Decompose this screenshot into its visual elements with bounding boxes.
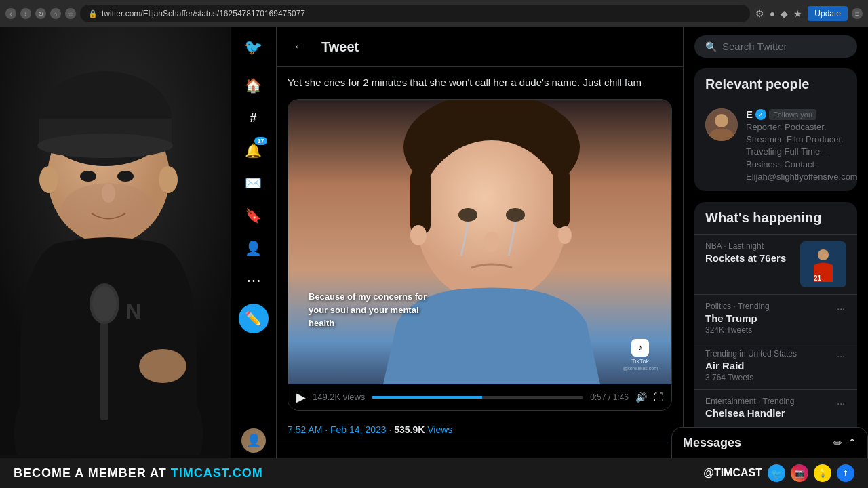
trending-item-chelsea[interactable]: Entertainment · Trending Chelsea Handler…	[694, 389, 857, 427]
svg-point-27	[410, 225, 427, 245]
svg-point-7	[37, 134, 173, 158]
banner-left: BECOME A MEMBER AT TIMCAST.COM	[14, 466, 263, 481]
url-text: twitter.com/ElijahSchaffer/status/162547…	[102, 9, 305, 18]
svg-point-9	[117, 171, 134, 182]
messages-title: Messages	[683, 436, 741, 450]
fullscreen-button[interactable]: ⛶	[654, 392, 663, 403]
svg-point-12	[39, 166, 58, 193]
search-icon: 🔍	[705, 41, 717, 52]
svg-point-17	[92, 286, 117, 321]
sidebar-item-messages[interactable]: ✉️	[239, 168, 269, 198]
tweet-content: Yet she cries for 2 minutes that she won…	[277, 67, 683, 419]
collapse-messages-icon[interactable]: ⌃	[848, 436, 856, 449]
extension-icon-4[interactable]: ★	[792, 7, 804, 20]
browser-icons: ⚙ ● ◆ ★	[754, 7, 804, 20]
bookmarks-icon: 🔖	[245, 207, 262, 224]
messages-icons: ✏ ⌃	[833, 436, 856, 449]
youtube-social-icon[interactable]: 💡	[814, 464, 831, 482]
sidebar-item-compose[interactable]: ✏️	[239, 304, 269, 333]
trending-more-icon[interactable]: ···	[835, 302, 846, 315]
trending-item-left: Entertainment · Trending Chelsea Handler	[705, 396, 830, 420]
twitter-container: 🐦 🏠 # 🔔 17 ✉️ 🔖 👤 ⋯	[231, 27, 868, 458]
trending-nba-image: 21	[800, 241, 846, 287]
facebook-social-icon[interactable]: f	[837, 464, 854, 482]
svg-point-18	[139, 349, 186, 383]
bottom-banner: BECOME A MEMBER AT TIMCAST.COM @TIMCAST …	[0, 458, 868, 488]
svg-point-32	[818, 249, 829, 260]
extension-icon-3[interactable]: ◆	[779, 7, 789, 20]
banner-site-text: TIMCAST.COM	[171, 466, 263, 481]
webcam-panel: N	[0, 27, 231, 458]
search-bar[interactable]: 🔍 Search Twitter	[694, 35, 857, 58]
trending-item-left: NBA · Last night Rockets at 76ers	[705, 241, 800, 265]
banner-become-text: BECOME A MEMBER AT	[14, 466, 167, 481]
back-arrow-icon: ←	[294, 41, 304, 53]
whats-happening-panel: What's happening NBA · Last night Rocket…	[694, 202, 857, 458]
tweet-title: Tweet	[321, 39, 359, 55]
main-area: N 🐦 🏠 # 🔔 17 ✉️	[0, 27, 868, 458]
sidebar-item-bookmarks[interactable]: 🔖	[239, 201, 269, 230]
browser-home[interactable]: ⌂	[50, 8, 61, 19]
instagram-social-icon[interactable]: 📷	[791, 464, 808, 482]
video-controls[interactable]: ▶ 149.2K views 0:57 / 1:46 🔊 ⛶	[288, 384, 671, 410]
tiktok-label: TikTok	[631, 358, 649, 365]
compose-message-icon[interactable]: ✏	[833, 436, 842, 449]
user-avatar-sidebar[interactable]: 👤	[241, 428, 266, 453]
person-avatar	[705, 108, 738, 141]
extension-icon-1[interactable]: ⚙	[754, 7, 766, 20]
verified-badge: ✓	[755, 109, 766, 120]
twitter-social-icon[interactable]: 🐦	[768, 464, 785, 482]
browser-bookmark[interactable]: ☆	[65, 8, 76, 19]
presenter-video: N	[0, 27, 231, 455]
svg-text:21: 21	[814, 274, 822, 282]
svg-point-30	[715, 114, 728, 127]
browser-chrome: ‹ › ↻ ⌂ ☆ 🔒 twitter.com/ElijahSchaffer/s…	[0, 0, 868, 27]
sidebar-item-profile[interactable]: 👤	[239, 233, 269, 263]
play-button[interactable]: ▶	[296, 390, 306, 405]
tweet-views-label: Views	[427, 424, 452, 435]
whats-happening-title: What's happening	[694, 202, 857, 234]
trending-item-nba[interactable]: NBA · Last night Rockets at 76ers 21	[694, 234, 857, 294]
profile-icon: 👤	[245, 240, 262, 256]
svg-point-24	[458, 208, 477, 222]
trending-item-airraid[interactable]: Trending in United States Air Raid 3,764…	[694, 342, 857, 389]
sidebar-item-more[interactable]: ⋯	[239, 266, 269, 296]
svg-rect-22	[410, 167, 431, 235]
relevant-person-item[interactable]: E ✓ Follows you Reporter. Podcaster. Str…	[694, 100, 857, 191]
messages-bar[interactable]: Messages ✏ ⌃	[671, 427, 868, 458]
browser-forward[interactable]: ›	[20, 8, 31, 19]
tiktok-watermark: ♪ TikTok @kore.likes.com	[623, 339, 658, 371]
sidebar-item-explore[interactable]: #	[239, 103, 269, 133]
home-icon: 🏠	[245, 77, 262, 94]
trending-item-left: Trending in United States Air Raid 3,764…	[705, 349, 830, 382]
tweet-column[interactable]: ← Tweet Yet she cries for 2 minutes that…	[277, 27, 684, 458]
video-content-svg	[288, 100, 671, 384]
browser-menu[interactable]: ≡	[852, 8, 863, 19]
browser-reload[interactable]: ↻	[35, 8, 46, 19]
sidebar-item-home[interactable]: 🏠	[239, 70, 269, 100]
twitter-logo[interactable]: 🐦	[239, 33, 269, 62]
compose-icon: ✏️	[245, 310, 262, 327]
svg-point-26	[484, 232, 500, 252]
volume-button[interactable]: 🔊	[635, 392, 647, 403]
relevant-people-title: Relevant people	[694, 68, 857, 100]
svg-text:N: N	[125, 299, 141, 323]
url-bar[interactable]: 🔒 twitter.com/ElijahSchaffer/status/1625…	[80, 5, 750, 22]
tweet-video[interactable]: Because of my concerns for your soul and…	[288, 99, 672, 411]
back-button[interactable]: ←	[288, 35, 311, 58]
update-button[interactable]: Update	[808, 6, 848, 21]
avatar-svg	[705, 108, 738, 141]
svg-point-11	[102, 184, 115, 203]
browser-back[interactable]: ‹	[5, 8, 16, 19]
video-frame: Because of my concerns for your soul and…	[288, 100, 671, 384]
person-info: E ✓ Follows you Reporter. Podcaster. Str…	[746, 108, 857, 183]
extension-icon-2[interactable]: ●	[768, 7, 776, 20]
trending-more-icon[interactable]: ···	[835, 396, 846, 410]
trending-item-trump[interactable]: Politics · Trending The Trump 324K Tweet…	[694, 294, 857, 342]
sidebar-item-notifications[interactable]: 🔔 17	[239, 136, 269, 165]
svg-point-21	[417, 140, 566, 303]
relevant-people-panel: Relevant people E ✓ Follows you	[694, 68, 857, 191]
svg-point-25	[506, 208, 525, 222]
progress-bar[interactable]	[372, 396, 583, 399]
trending-more-icon[interactable]: ···	[835, 349, 846, 363]
